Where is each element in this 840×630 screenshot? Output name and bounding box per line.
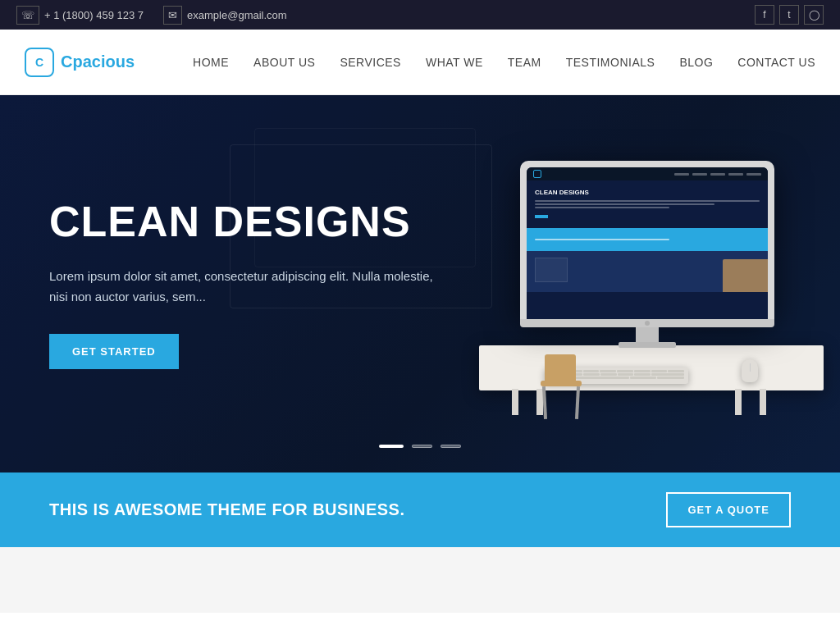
logo-letter: C (35, 56, 43, 69)
table-leg-right2 (735, 389, 742, 415)
nav-contact[interactable]: CONTACT US (737, 49, 815, 75)
chair (541, 354, 582, 419)
phone-number: + 1 (1800) 459 123 7 (44, 9, 144, 21)
mouse (742, 359, 758, 382)
nav-team[interactable]: TEAM (508, 49, 541, 75)
cta-text: THIS IS AWESOME THEME FOR BUSINESS. (49, 500, 404, 519)
logo-text: Cpacious (61, 52, 135, 71)
navbar: C Cpacious HOME ABOUT US SERVICES WHAT W… (0, 30, 840, 95)
email-address: example@gmail.com (187, 9, 287, 21)
slider-dot-1[interactable] (379, 445, 404, 448)
slider-dot-3[interactable] (441, 445, 461, 448)
nav-testimonials[interactable]: TESTIMONIALS (566, 49, 655, 75)
phone-icon: ☏ (16, 6, 39, 25)
top-bar-contacts: ☏ + 1 (1800) 459 123 7 ✉ example@gmail.c… (16, 6, 287, 25)
nav-links: HOME ABOUT US SERVICES WHAT WE TEAM TEST… (193, 49, 815, 75)
twitter-icon[interactable]: t (779, 5, 799, 25)
top-bar: ☏ + 1 (1800) 459 123 7 ✉ example@gmail.c… (0, 0, 840, 30)
nav-home[interactable]: HOME (193, 49, 229, 75)
email-icon: ✉ (163, 6, 182, 25)
slider-dots (379, 445, 461, 448)
hero-left: CLEAN DESIGNS Lorem ipsum dolor sit amet… (49, 199, 433, 368)
nav-whatwe[interactable]: WHAT WE (426, 49, 483, 75)
screen-logo (533, 170, 541, 178)
facebook-icon[interactable]: f (755, 5, 774, 25)
hero-title: CLEAN DESIGNS (49, 199, 433, 245)
phone-contact: ☏ + 1 (1800) 459 123 7 (16, 6, 144, 25)
table-leg-right (760, 389, 766, 415)
hero-image: CLEAN DESIGNS (495, 153, 791, 415)
logo[interactable]: C Cpacious (25, 48, 135, 77)
screen-title: CLEAN DESIGNS (535, 189, 760, 196)
monitor: CLEAN DESIGNS (520, 161, 774, 348)
get-quote-button[interactable]: GET A QUOTE (666, 492, 791, 527)
hero-content: CLEAN DESIGNS Lorem ipsum dolor sit amet… (0, 153, 840, 415)
instagram-icon[interactable]: ◯ (804, 5, 824, 25)
cta-banner: THIS IS AWESOME THEME FOR BUSINESS. GET … (0, 472, 840, 547)
footer-area (0, 547, 840, 613)
email-contact: ✉ example@gmail.com (163, 6, 287, 25)
slider-dot-2[interactable] (412, 445, 432, 448)
get-started-button[interactable]: GET STARTED (49, 334, 179, 369)
nav-blog[interactable]: BLOG (679, 49, 713, 75)
logo-icon: C (25, 48, 54, 77)
table-leg-left (512, 389, 518, 415)
social-links: f t ◯ (755, 5, 824, 25)
nav-about[interactable]: ABOUT US (253, 49, 315, 75)
hero-section: CLEAN DESIGNS Lorem ipsum dolor sit amet… (0, 95, 840, 472)
nav-services[interactable]: SERVICES (340, 49, 401, 75)
hero-description: Lorem ipsum dolor sit amet, consectetur … (49, 266, 433, 308)
